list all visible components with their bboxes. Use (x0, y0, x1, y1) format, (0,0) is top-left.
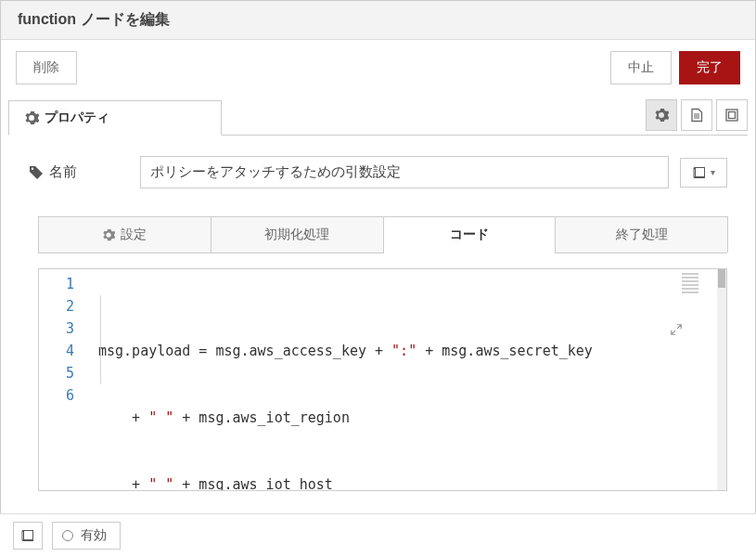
tab-func-label: コード (450, 227, 489, 243)
tab-setup-label: 設定 (121, 227, 147, 243)
circle-icon (62, 530, 73, 541)
enabled-label: 有効 (81, 527, 107, 544)
gear-icon (24, 110, 39, 125)
enabled-toggle[interactable]: 有効 (52, 522, 121, 550)
caret-down-icon: ▾ (711, 167, 715, 177)
layout-icon (724, 108, 739, 123)
code-editor[interactable]: 1 2 3 4 5 6 msg.payload = msg.aws_access… (38, 268, 727, 491)
tab-properties[interactable]: プロパティ (8, 100, 222, 136)
form-area: 名前 ▾ (1, 136, 755, 209)
delete-button-label: 削除 (33, 59, 59, 76)
tab-finalize[interactable]: 終了処理 (555, 216, 728, 253)
code-line: + " " + msg.aws_iot_region (98, 407, 721, 429)
line-number: 4 (39, 340, 74, 362)
function-tabs: 設定 初期化処理 コード 終了処理 (38, 216, 727, 253)
editor-scrollbar[interactable] (717, 269, 726, 490)
node-description-button[interactable] (681, 99, 712, 131)
line-number: 1 (39, 273, 74, 295)
name-label-text: 名前 (49, 163, 77, 181)
dialog-title-text: function ノードを編集 (18, 11, 170, 27)
library-footer-button[interactable] (13, 522, 43, 550)
line-number: 6 (39, 384, 74, 407)
node-appearance-button[interactable] (716, 99, 748, 131)
code-content[interactable]: msg.payload = msg.aws_access_key + ":" +… (83, 269, 726, 490)
code-gutter: 1 2 3 4 5 6 (39, 269, 83, 490)
gear-icon (102, 228, 115, 241)
book-icon (20, 528, 35, 543)
tag-icon (29, 165, 44, 180)
tab-init[interactable]: 初期化処理 (211, 216, 384, 253)
line-number: 3 (39, 317, 74, 340)
tab-setup[interactable]: 設定 (38, 216, 211, 253)
top-button-row: 削除 中止 完了 (1, 40, 755, 99)
done-button-label: 完了 (697, 59, 723, 76)
name-field-row: 名前 ▾ (29, 156, 727, 188)
tab-finalize-label: 終了処理 (616, 227, 668, 243)
tab-func[interactable]: コード (383, 216, 557, 253)
book-icon (692, 165, 707, 180)
library-button[interactable]: ▾ (680, 158, 727, 188)
line-number: 5 (39, 362, 74, 384)
scrollbar-thumb[interactable] (718, 269, 725, 288)
svg-rect-0 (726, 110, 737, 121)
code-line: msg.payload = msg.aws_access_key + ":" +… (98, 340, 721, 362)
line-number: 2 (39, 295, 74, 317)
tab-init-label: 初期化処理 (264, 227, 329, 243)
gear-icon (654, 108, 669, 123)
cancel-button-label: 中止 (628, 59, 654, 76)
footer: 有効 (0, 513, 756, 557)
dialog-title: function ノードを編集 (1, 1, 755, 40)
editor-tabs: プロパティ (8, 99, 748, 136)
document-icon (689, 108, 704, 123)
done-button[interactable]: 完了 (679, 51, 740, 84)
cancel-button[interactable]: 中止 (610, 51, 672, 84)
svg-rect-1 (729, 112, 736, 119)
node-settings-button[interactable] (646, 99, 677, 131)
name-input[interactable] (140, 156, 669, 188)
code-line: + " " + msg.aws_iot_host (98, 473, 721, 490)
expand-editor-icon[interactable] (666, 275, 721, 384)
delete-button[interactable]: 削除 (16, 51, 77, 84)
name-label: 名前 (29, 163, 140, 181)
tab-properties-label: プロパティ (45, 110, 109, 126)
